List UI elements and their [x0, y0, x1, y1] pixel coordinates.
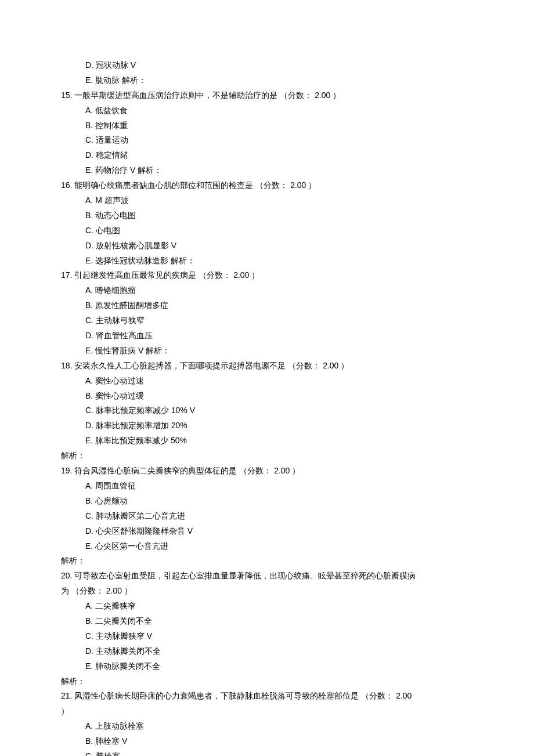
option-text: 二尖瓣关闭不全: [95, 616, 152, 625]
q20-option: E. 肺动脉瓣关闭不全: [58, 659, 476, 674]
option-text: 肺动脉瓣区第二心音亢进: [96, 511, 185, 520]
option-text: 二尖瓣狭窄: [95, 601, 136, 610]
option-letter: A.: [85, 374, 93, 389]
option-text: 脉率比预定频率减少 10% V: [96, 406, 195, 415]
option-text: 主动脉弓狭窄: [96, 316, 145, 325]
option-letter: C.: [85, 509, 93, 524]
option-text: 控制体重: [95, 121, 128, 130]
option-text: 放射性核素心肌显影 V: [96, 241, 176, 250]
q18-option: E. 脉率比预定频率减少 50%: [58, 433, 476, 448]
q20-option: D. 主动脉瓣关闭不全: [58, 644, 476, 659]
option-text: 窦性心动过速: [95, 376, 144, 385]
option-text: 肾血管性高血压: [96, 331, 153, 340]
q20-option: C. 主动脉瓣狭窄 V: [58, 629, 476, 644]
option-text: 窦性心动过缓: [95, 391, 144, 400]
question-text: 符合风湿性心脏病二尖瓣狭窄的典型体征的是 （分数： 2.00 ）: [74, 466, 300, 475]
option-text: 周围血管征: [95, 481, 136, 490]
question-stem: 16. 能明确心绞痛患者缺血心肌的部位和范围的检查是 （分数： 2.00 ）: [58, 178, 476, 193]
option-text: 适量运动: [96, 135, 128, 144]
question-number: 15.: [61, 91, 72, 100]
option-text: 原发性醛固酮增多症: [95, 301, 168, 310]
question-number: 18.: [61, 361, 72, 370]
option-letter: C.: [85, 749, 93, 756]
option-letter: A.: [85, 719, 93, 734]
q19-option: A. 周围血管征: [58, 479, 476, 494]
q16-option: C. 心电图: [58, 223, 476, 238]
option-letter: C.: [85, 313, 93, 328]
option-letter: D.: [85, 238, 93, 254]
question-stem-cont: ）: [58, 704, 476, 719]
option-text: 肺栓塞 V: [95, 736, 127, 746]
q16-option: E. 选择性冠状动脉造影 解析：: [58, 254, 476, 269]
option-letter: A.: [85, 193, 93, 208]
question-text: 安装永久性人工心脏起搏器，下面哪项提示起搏器电源不足 （分数： 2.00 ）: [74, 361, 349, 370]
option-letter: D.: [85, 524, 93, 539]
q21-option: C. 脑栓塞: [58, 749, 476, 756]
q19-option: B. 心房颤动: [58, 494, 476, 509]
q17-option: D. 肾血管性高血压: [58, 328, 476, 343]
question-stem-cont: 为 （分数： 2.00 ）: [58, 584, 476, 599]
q15-option: B. 控制体重: [58, 118, 476, 133]
question-stem: 20. 可导致左心室射血受阻，引起左心室排血量显著降低，出现心绞痛、眩晕甚至猝死…: [58, 569, 476, 584]
option-letter: A.: [85, 103, 93, 118]
option-letter: D.: [85, 58, 93, 73]
option-letter: B.: [85, 389, 93, 404]
q16-option: B. 动态心电图: [58, 208, 476, 223]
q17-option: A. 嗜铬细胞瘤: [58, 283, 476, 298]
q19-option: E. 心尖区第一心音亢进: [58, 539, 476, 554]
question-stem: 19. 符合风湿性心脏病二尖瓣狭窄的典型体征的是 （分数： 2.00 ）: [58, 464, 476, 479]
question-number: 21.: [61, 691, 72, 700]
question-text: 可导致左心室射血受阻，引起左心室排血量显著降低，出现心绞痛、眩晕甚至猝死的心脏瓣…: [74, 571, 416, 580]
question-number: 16.: [61, 180, 72, 190]
explanation-label: 解析：: [58, 674, 476, 689]
q15-option: D. 稳定情绪: [58, 148, 476, 163]
option-text: 冠状动脉 V: [96, 60, 136, 70]
option-text: 嗜铬细胞瘤: [95, 285, 136, 295]
q19-option: C. 肺动脉瓣区第二心音亢进: [58, 509, 476, 524]
explanation-label: 解析：: [58, 448, 476, 464]
option-letter: A.: [85, 479, 93, 494]
question-text: 能明确心绞痛患者缺血心肌的部位和范围的检查是 （分数： 2.00 ）: [74, 180, 316, 190]
option-text: 稳定情绪: [96, 150, 128, 160]
option-text: 低盐饮食: [95, 106, 128, 115]
option-text: 药物治疗 V 解析：: [95, 165, 162, 175]
question-number: 19.: [61, 466, 72, 475]
option-letter: A.: [85, 283, 93, 298]
q17-option: B. 原发性醛固酮增多症: [58, 298, 476, 313]
option-letter: E.: [85, 539, 93, 554]
q19-option: D. 心尖区舒张期隆隆样杂音 V: [58, 524, 476, 539]
q20-option: A. 二尖瓣狭窄: [58, 599, 476, 614]
option-letter: E.: [85, 343, 93, 359]
option-text: M 超声波: [95, 196, 129, 205]
q17-option: C. 主动脉弓狭窄: [58, 313, 476, 328]
question-stem: 15. 一般早期缓进型高血压病治疗原则中，不是辅助治疗的是 （分数： 2.00 …: [58, 88, 476, 103]
option-letter: D.: [85, 148, 93, 163]
option-letter: E.: [85, 254, 93, 269]
option-text: 慢性肾脏病 V 解析：: [95, 346, 170, 355]
q18-option: C. 脉率比预定频率减少 10% V: [58, 403, 476, 418]
q17-option: E. 慢性肾脏病 V 解析：: [58, 343, 476, 359]
question-text: 风湿性心脏病长期卧床的心力衰竭患者，下肢静脉血栓脱落可导致的栓塞部位是 （分数：…: [74, 691, 412, 700]
explanation-label: 解析：: [58, 554, 476, 569]
q18-option: B. 窦性心动过缓: [58, 389, 476, 404]
pre-option: D. 冠状动脉 V: [58, 58, 476, 73]
q16-option: A. M 超声波: [58, 193, 476, 208]
option-text: 脑栓塞: [96, 751, 120, 756]
option-text: 心尖区第一心音亢进: [95, 541, 168, 551]
option-text: 心电图: [96, 226, 120, 235]
option-text: 肱动脉 解析：: [95, 75, 146, 85]
option-text: 动态心电图: [95, 211, 136, 220]
q20-option: B. 二尖瓣关闭不全: [58, 614, 476, 629]
option-text: 主动脉瓣关闭不全: [96, 646, 161, 656]
q15-option: A. 低盐饮食: [58, 103, 476, 118]
option-letter: C.: [85, 223, 93, 238]
option-letter: D.: [85, 418, 93, 433]
option-letter: C.: [85, 629, 93, 644]
question-stem: 18. 安装永久性人工心脏起搏器，下面哪项提示起搏器电源不足 （分数： 2.00…: [58, 359, 476, 374]
option-text: 心尖区舒张期隆隆样杂音 V: [96, 526, 193, 536]
option-text: 心房颤动: [95, 496, 128, 505]
question-text: 引起继发性高血压最常见的疾病是 （分数： 2.00 ）: [74, 270, 259, 280]
option-letter: D.: [85, 328, 93, 343]
option-letter: E.: [85, 659, 93, 674]
q21-option: B. 肺栓塞 V: [58, 734, 476, 749]
